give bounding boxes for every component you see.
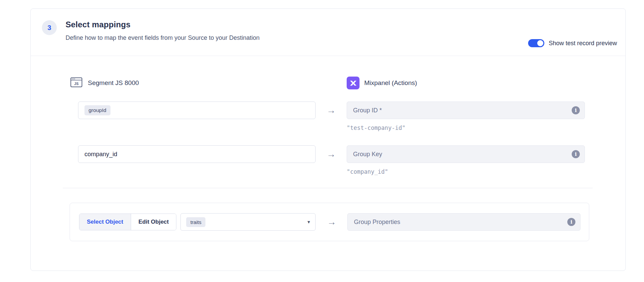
destination-field-label: Group Key [353,151,572,158]
destination-field-label: Group Properties [354,219,567,226]
object-mapping-box: Select Object Edit Object traits ▾ → Gro… [70,203,589,241]
destination-cell: Group Key i [347,145,593,163]
arrow-cell: → [316,218,347,227]
object-source-dropdown[interactable]: traits ▾ [180,213,316,231]
toggle-knob [537,40,543,46]
test-preview-value: "test-company-id" [347,124,405,131]
preview-row-group-key: "company_id" [347,168,593,176]
source-field-input-groupid[interactable]: groupId [78,102,316,119]
arrow-right-icon: → [327,106,336,115]
destination-field-group-key: Group Key i [347,145,585,163]
source-cell: company_id [63,145,316,163]
test-record-preview-toggle-group: Show test record preview [528,39,617,47]
arrow-right-icon: → [327,218,336,227]
toggle-label: Show test record preview [549,40,617,47]
page-title: Select mappings [66,20,259,30]
edit-object-button[interactable]: Edit Object [131,214,176,230]
step-number-badge: 3 [42,20,57,35]
info-icon[interactable]: i [567,218,575,226]
arrow-cell: → [316,106,347,115]
destination-field-group-id: Group ID * i [347,102,585,119]
preview-row-group-id: "test-company-id" [347,124,593,132]
section-divider [63,188,593,188]
page-subtitle: Define how to map the event fields from … [66,34,259,42]
destination-connector: Mixpanel (Actions) [347,77,593,89]
destination-cell: Group ID * i [347,102,593,119]
source-name: Segment JS 8000 [88,79,139,87]
select-mappings-card: 3 Select mappings Define how to map the … [30,8,626,271]
mapping-row-group-key: company_id → Group Key i [63,145,593,163]
card-header: 3 Select mappings Define how to map the … [31,9,625,56]
source-token-groupid: groupId [84,105,110,115]
source-text-company-id: company_id [84,151,117,158]
source-field-input-company-id[interactable]: company_id [78,145,316,163]
info-icon[interactable]: i [572,106,580,114]
chevron-down-icon: ▾ [307,219,310,225]
object-mode-segmented-control: Select Object Edit Object [79,214,176,230]
mixpanel-icon [347,77,360,89]
javascript-source-icon: JS [70,76,83,90]
source-connector: JS Segment JS 8000 [70,76,347,90]
destination-field-label: Group ID * [353,107,572,114]
mapping-row-group-id: groupId → Group ID * i [63,102,593,119]
arrow-right-icon: → [327,150,336,159]
object-token-traits: traits [186,217,205,227]
arrow-cell: → [316,150,347,159]
source-cell: groupId [63,102,316,119]
destination-field-group-properties: Group Properties i [347,213,580,231]
test-preview-value: "company_id" [347,168,388,175]
show-test-record-preview-toggle[interactable] [528,39,544,47]
card-body: JS Segment JS 8000 Mixpanel (Actions) gr… [31,76,625,241]
select-object-button[interactable]: Select Object [79,214,131,230]
info-icon[interactable]: i [572,150,580,158]
header-text: Select mappings Define how to map the ev… [66,20,259,56]
destination-name: Mixpanel (Actions) [364,79,417,87]
connector-headers: JS Segment JS 8000 Mixpanel (Actions) [63,76,593,89]
svg-text:JS: JS [74,82,79,86]
